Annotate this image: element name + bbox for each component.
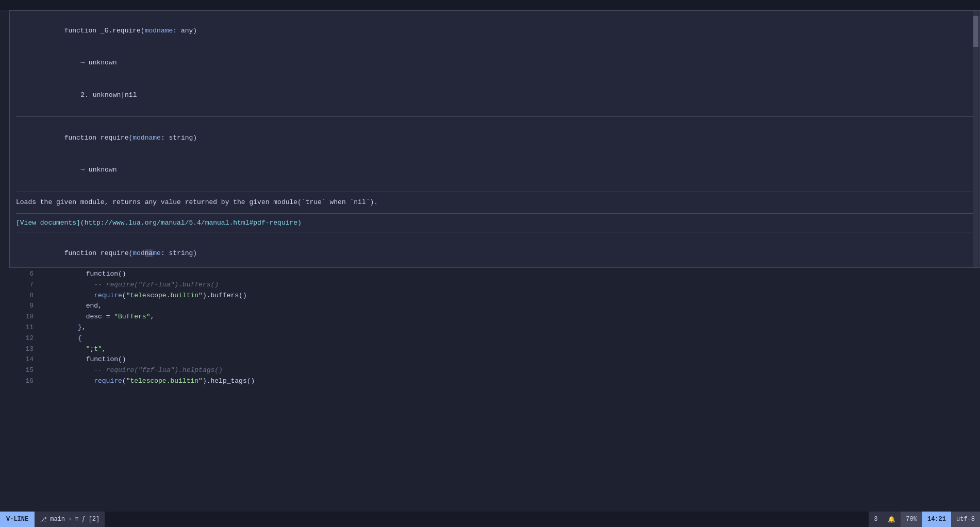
doc-description-1: Loads the given module, returns any valu… — [16, 197, 973, 208]
line-numbers: 6 7 8 9 10 11 12 13 14 15 16 — [9, 268, 38, 512]
encoding-text: utf-8 — [956, 516, 975, 523]
branch-name: main — [50, 516, 65, 523]
func-context: [2] — [89, 516, 100, 523]
bell-icon: 🔔 — [888, 516, 895, 523]
percent-text: 70% — [906, 516, 917, 523]
encoding-indicator: utf-8 — [951, 512, 980, 527]
code-line-13: ";t", — [38, 344, 980, 355]
code-signature-2: function require(modname: string) — [16, 122, 973, 154]
doc-section-5: function require(modname: string) → unkn… — [16, 237, 973, 263]
editor-area: 6 7 8 9 10 11 12 13 14 15 16 function() … — [9, 268, 980, 512]
code-line-8: require("telescope.builtin").buffers() — [38, 291, 980, 301]
col-indicator: 3 — [869, 512, 883, 527]
doc-section-4: [View documents](http://www.lua.org/manu… — [16, 219, 973, 232]
mode-indicator: V-LINE — [0, 512, 35, 527]
code-signature-3: function require(modname: string) — [16, 237, 973, 263]
code-line-10: desc = "Buffers", — [38, 312, 980, 322]
panel-scrollbar-thumb — [973, 16, 978, 47]
mode-text: V-LINE — [6, 516, 28, 523]
left-gutter — [0, 10, 9, 512]
code-return-2: 2. unknown|nil — [16, 79, 973, 111]
code-line-7: -- require("fzf-lua").buffers() — [38, 280, 980, 291]
hover-panel: function _G.require(modname: any) → unkn… — [9, 10, 980, 268]
list-icon: ≡ — [75, 516, 78, 523]
func-icon: ƒ — [81, 516, 85, 523]
top-bar — [0, 0, 980, 10]
code-signature-1: function _G.require(modname: any) — [16, 15, 973, 47]
code-return-3: → unknown — [16, 155, 973, 186]
code-line-12: { — [38, 333, 980, 344]
doc-section-2: function require(modname: string) → unkn… — [16, 122, 973, 192]
code-content: function() -- require("fzf-lua").buffers… — [38, 268, 980, 512]
panel-scrollbar[interactable] — [973, 11, 978, 267]
code-line-9: end, — [38, 301, 980, 312]
status-bar: V-LINE ⎇ main › ≡ ƒ [2] 3 🔔 70% 14:21 ut… — [0, 512, 980, 527]
code-return-1: → unknown — [16, 47, 973, 79]
code-line-6: function() — [38, 269, 980, 280]
bell-status: 🔔 — [883, 512, 901, 527]
code-line-16: require("telescope.builtin").help_tags() — [38, 376, 980, 387]
percent-indicator: 70% — [901, 512, 922, 527]
code-line-15: -- require("fzf-lua").helptags() — [38, 365, 980, 376]
branch-icon: ⎇ — [40, 516, 47, 523]
code-line-11: }, — [38, 322, 980, 333]
doc-section-1: function _G.require(modname: any) → unkn… — [16, 15, 973, 117]
doc-link-1[interactable]: [View documents](http://www.lua.org/manu… — [16, 219, 973, 227]
code-line-14: function() — [38, 354, 980, 365]
time-text: 14:21 — [927, 516, 946, 523]
status-right: 3 🔔 70% 14:21 utf-8 — [869, 512, 980, 527]
doc-section-3: Loads the given module, returns any valu… — [16, 197, 973, 214]
breadcrumb: ⎇ main › ≡ ƒ [2] — [35, 512, 105, 527]
col-num: 3 — [874, 516, 877, 523]
time-indicator: 14:21 — [922, 512, 951, 527]
breadcrumb-sep: › — [68, 516, 72, 523]
